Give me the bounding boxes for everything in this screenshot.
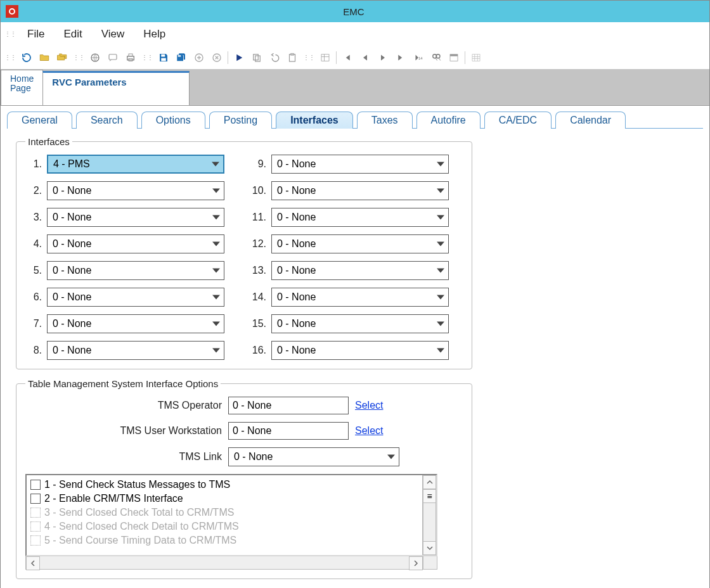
- grip-icon: ⋮⋮: [73, 56, 84, 58]
- interface-combo[interactable]: 0 - None: [271, 155, 449, 174]
- toolbar: ⋮⋮ ⋮⋮ ⋮⋮ ⋮⋮ 14: [1, 46, 709, 69]
- interface-row: 11.0 - None: [250, 208, 449, 227]
- interface-row: 6.0 - None: [25, 288, 224, 307]
- grid-icon[interactable]: [468, 49, 484, 66]
- undo-icon[interactable]: [266, 49, 283, 66]
- scroll-left-icon[interactable]: [26, 556, 40, 570]
- last-icon[interactable]: [392, 49, 409, 66]
- titlebar: EMC: [1, 1, 709, 22]
- first-icon[interactable]: [339, 49, 356, 66]
- prev-icon[interactable]: [357, 49, 373, 66]
- tms-workstation-label: TMS User Workstation: [25, 425, 222, 437]
- table-icon[interactable]: [317, 49, 333, 66]
- copy-icon[interactable]: [248, 49, 265, 66]
- interface-combo[interactable]: 0 - None: [47, 261, 224, 280]
- svg-rect-11: [255, 56, 261, 61]
- menu-view[interactable]: View: [93, 25, 134, 43]
- interface-combo[interactable]: 0 - None: [47, 234, 224, 253]
- refresh-icon[interactable]: [18, 49, 35, 66]
- interface-number: 1.: [25, 158, 42, 170]
- interface-row: 3.0 - None: [25, 208, 224, 227]
- scroll-menu-icon[interactable]: ≡: [423, 489, 436, 503]
- checkbox-icon[interactable]: [30, 480, 41, 490]
- tms-option-label: 5 - Send Course Timing Data to CRM/TMS: [44, 535, 236, 546]
- tms-workstation-input[interactable]: [228, 422, 349, 440]
- interface-combo[interactable]: 0 - None: [271, 181, 449, 200]
- tms-option-label: 4 - Send Closed Check Detail to CRM/TMS: [44, 521, 239, 532]
- tms-operator-select-link[interactable]: Select: [355, 400, 383, 411]
- paste-icon[interactable]: [284, 49, 300, 66]
- svg-rect-5: [161, 54, 165, 56]
- interface-row: 12.0 - None: [250, 234, 449, 253]
- add-icon[interactable]: [191, 49, 207, 66]
- interface-combo[interactable]: 0 - None: [47, 181, 224, 200]
- play-icon[interactable]: [231, 49, 247, 66]
- interface-number: 9.: [250, 158, 266, 170]
- goto-icon[interactable]: 14: [410, 49, 427, 66]
- interface-number: 7.: [25, 318, 42, 329]
- tms-link-combo[interactable]: 0 - None: [228, 447, 399, 466]
- vertical-scrollbar[interactable]: ≡: [422, 475, 436, 555]
- delete-icon[interactable]: [209, 49, 225, 66]
- interface-combo[interactable]: 0 - None: [271, 234, 449, 253]
- interface-number: 15.: [250, 318, 266, 329]
- scroll-right-icon[interactable]: [409, 556, 423, 570]
- checkbox-icon: [30, 508, 41, 518]
- svg-rect-1: [109, 54, 117, 59]
- globe-icon[interactable]: [87, 49, 103, 66]
- interface-combo[interactable]: 0 - None: [271, 314, 449, 333]
- interface-combo[interactable]: 0 - None: [271, 261, 449, 280]
- svg-rect-10: [254, 54, 259, 60]
- tms-option-label: 2 - Enable CRM/TMS Interface: [44, 493, 183, 504]
- interface-number: 2.: [25, 185, 42, 196]
- tab-search[interactable]: Search: [76, 112, 138, 129]
- horizontal-scrollbar[interactable]: [25, 556, 437, 570]
- tms-operator-input[interactable]: [228, 397, 349, 414]
- svg-rect-20: [472, 54, 480, 61]
- tab-taxes[interactable]: Taxes: [357, 112, 413, 129]
- tab-home-page[interactable]: Home Page: [1, 70, 43, 105]
- interface-number: 16.: [250, 345, 266, 356]
- tms-option-item[interactable]: 2 - Enable CRM/TMS Interface: [30, 492, 418, 506]
- interface-combo[interactable]: 0 - None: [47, 288, 224, 307]
- interface-number: 13.: [250, 265, 266, 276]
- interface-row: 4.0 - None: [25, 234, 224, 253]
- tab-posting[interactable]: Posting: [209, 112, 272, 129]
- interface-combo[interactable]: 0 - None: [271, 288, 449, 307]
- scroll-up-icon[interactable]: [423, 475, 436, 489]
- next-icon[interactable]: [375, 49, 391, 66]
- chat-icon[interactable]: [105, 49, 121, 66]
- menu-edit[interactable]: Edit: [55, 25, 91, 43]
- print-icon[interactable]: [122, 49, 139, 66]
- folder-multi-icon[interactable]: [54, 49, 70, 66]
- tms-option-item[interactable]: 1 - Send Check Status Messages to TMS: [30, 478, 418, 492]
- save-icon[interactable]: [155, 49, 172, 66]
- tms-workstation-select-link[interactable]: Select: [355, 425, 383, 437]
- interface-combo[interactable]: 0 - None: [47, 208, 224, 227]
- tab-rvc-parameters[interactable]: RVC Parameters: [42, 71, 190, 105]
- interface-combo[interactable]: 0 - None: [47, 314, 224, 333]
- interface-row: 14.0 - None: [250, 288, 449, 307]
- tab-ca-edc[interactable]: CA/EDC: [484, 112, 552, 129]
- interface-combo[interactable]: 0 - None: [271, 341, 449, 360]
- tab-autofire[interactable]: Autofire: [416, 112, 481, 129]
- tab-general[interactable]: General: [7, 112, 72, 129]
- folder-icon[interactable]: [36, 49, 53, 66]
- window-icon[interactable]: [446, 49, 462, 66]
- menu-file[interactable]: File: [18, 25, 53, 43]
- checkbox-icon[interactable]: [30, 494, 41, 504]
- find-icon[interactable]: [428, 49, 444, 66]
- interface-combo[interactable]: 4 - PMS: [47, 155, 224, 174]
- svg-rect-14: [321, 54, 329, 61]
- secondary-tab-bar: GeneralSearchOptionsPostingInterfacesTax…: [1, 106, 709, 588]
- interface-row: 9.0 - None: [250, 155, 449, 174]
- save-all-icon[interactable]: [173, 49, 190, 66]
- menu-help[interactable]: Help: [134, 25, 174, 43]
- tab-interfaces[interactable]: Interfaces: [276, 112, 353, 129]
- tab-options[interactable]: Options: [141, 112, 205, 129]
- tms-operator-label: TMS Operator: [25, 400, 222, 411]
- tab-calendar[interactable]: Calendar: [555, 112, 626, 129]
- interface-combo[interactable]: 0 - None: [47, 341, 224, 360]
- interface-combo[interactable]: 0 - None: [271, 208, 449, 227]
- scroll-down-icon[interactable]: [423, 541, 436, 555]
